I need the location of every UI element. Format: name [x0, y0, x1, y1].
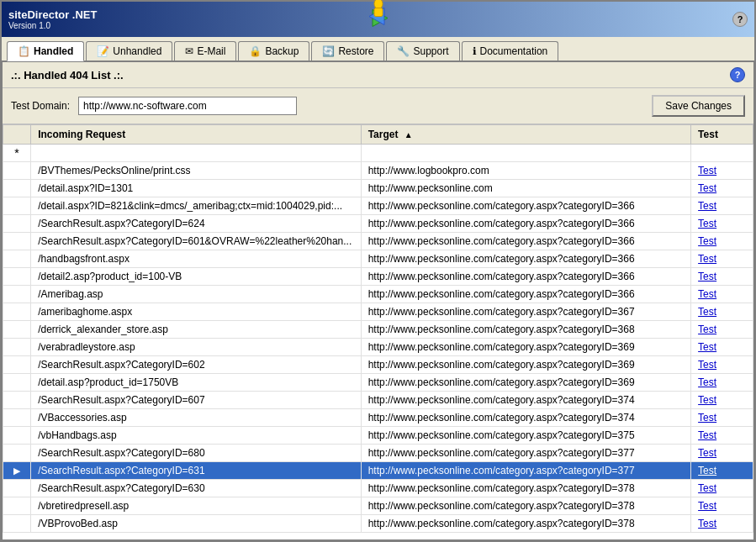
incoming-request[interactable]: /derrick_alexander_store.asp: [31, 321, 361, 339]
incoming-request[interactable]: /detail.asp?product_id=1750VB: [31, 374, 361, 392]
table-row[interactable]: /detail.aspx?ID=1301http://www.pecksonli…: [3, 180, 753, 197]
incoming-request[interactable]: [31, 145, 361, 162]
tab-handled[interactable]: 📋 Handled: [7, 41, 84, 61]
table-row[interactable]: /SearchResult.aspx?CategoryID=602http://…: [3, 356, 753, 374]
table-container[interactable]: Incoming Request Target ▲ Test */BVTheme…: [3, 124, 753, 539]
test-link[interactable]: Test: [698, 324, 716, 335]
table-row[interactable]: /VBProvoBed.asphttp://www.pecksonline.co…: [3, 515, 753, 533]
test-link-cell[interactable]: Test: [691, 427, 753, 445]
test-link[interactable]: Test: [698, 341, 716, 353]
test-link[interactable]: Test: [698, 271, 716, 282]
test-link-cell[interactable]: Test: [691, 303, 753, 321]
test-link-cell[interactable]: Test: [691, 215, 753, 233]
test-link-cell[interactable]: Test: [691, 233, 753, 250]
test-link-cell[interactable]: Test: [691, 180, 753, 197]
table-row[interactable]: /SearchResult.aspx?CategoryID=607http://…: [3, 392, 753, 409]
incoming-request[interactable]: /SearchResult.aspx?CategoryID=630: [31, 480, 361, 497]
test-link[interactable]: Test: [698, 394, 716, 406]
incoming-request[interactable]: /Ameribag.asp: [31, 286, 361, 303]
test-link[interactable]: Test: [698, 288, 716, 300]
table-row[interactable]: /SearchResult.aspx?CategoryID=630http://…: [3, 480, 753, 497]
table-row[interactable]: /ameribaghome.aspxhttp://www.pecksonline…: [3, 303, 753, 321]
tab-documentation[interactable]: ℹ Documentation: [462, 41, 559, 61]
test-link-cell[interactable]: Test: [691, 445, 753, 462]
table-row[interactable]: /verabradleystore.asphttp://www.pecksonl…: [3, 339, 753, 356]
test-link[interactable]: Test: [698, 218, 716, 229]
incoming-request[interactable]: /vbretiredpresell.asp: [31, 497, 361, 515]
test-link[interactable]: Test: [698, 235, 716, 247]
test-link-cell[interactable]: Test: [691, 497, 753, 515]
test-link-cell[interactable]: Test: [691, 321, 753, 339]
table-row[interactable]: /vbHandbags.asphttp://www.pecksonline.co…: [3, 427, 753, 445]
incoming-request[interactable]: /SearchResult.aspx?CategoryID=680: [31, 445, 361, 462]
table-row[interactable]: /vbretiredpresell.asphttp://www.pecksonl…: [3, 497, 753, 515]
table-row[interactable]: /detail.asp?product_id=1750VBhttp://www.…: [3, 374, 753, 392]
incoming-request[interactable]: /detail.aspx?ID=1301: [31, 180, 361, 197]
test-link-cell[interactable]: Test: [691, 339, 753, 356]
test-link[interactable]: Test: [698, 359, 716, 371]
tab-support[interactable]: 🔧 Support: [386, 41, 459, 61]
test-link-cell[interactable]: Test: [691, 286, 753, 303]
test-link-cell[interactable]: Test: [691, 250, 753, 268]
test-link-cell[interactable]: Test: [691, 197, 753, 215]
incoming-request[interactable]: /detail.aspx?ID=821&clink=dmcs/_ameribag…: [31, 197, 361, 215]
incoming-request[interactable]: /verabradleystore.asp: [31, 339, 361, 356]
table-row[interactable]: /detail.aspx?ID=821&clink=dmcs/_ameribag…: [3, 197, 753, 215]
tab-email[interactable]: ✉ E-Mail: [174, 41, 236, 61]
incoming-request[interactable]: /SearchResult.aspx?CategoryID=607: [31, 392, 361, 409]
incoming-request[interactable]: /VBaccessories.asp: [31, 409, 361, 427]
table-row[interactable]: /SearchResult.aspx?CategoryID=601&OVRAW=…: [3, 233, 753, 250]
table-row[interactable]: /Ameribag.asphttp://www.pecksonline.com/…: [3, 286, 753, 303]
table-row[interactable]: *: [3, 145, 753, 162]
section-help-btn[interactable]: ?: [730, 67, 745, 82]
th-incoming[interactable]: Incoming Request: [31, 125, 361, 145]
table-row[interactable]: /handbagsfront.aspxhttp://www.pecksonlin…: [3, 250, 753, 268]
table-row[interactable]: /derrick_alexander_store.asphttp://www.p…: [3, 321, 753, 339]
test-link-cell[interactable]: Test: [691, 356, 753, 374]
test-link[interactable]: Test: [698, 482, 716, 494]
test-link-cell[interactable]: Test: [691, 392, 753, 409]
incoming-request[interactable]: /SearchResult.aspx?CategoryID=631: [31, 462, 361, 480]
test-link[interactable]: Test: [698, 412, 716, 424]
tab-restore[interactable]: 🔄 Restore: [311, 41, 384, 61]
test-link-cell[interactable]: [691, 145, 753, 162]
test-link[interactable]: Test: [698, 447, 716, 459]
test-link-cell[interactable]: Test: [691, 515, 753, 533]
table-row[interactable]: /BVThemes/PecksOnline/print.csshttp://ww…: [3, 162, 753, 180]
incoming-request[interactable]: /SearchResult.aspx?CategoryID=624: [31, 215, 361, 233]
incoming-request[interactable]: /VBProvoBed.asp: [31, 515, 361, 533]
incoming-request[interactable]: /ameribaghome.aspx: [31, 303, 361, 321]
test-link-cell[interactable]: Test: [691, 268, 753, 286]
test-link[interactable]: Test: [698, 376, 716, 388]
title-help-btn[interactable]: ?: [732, 12, 748, 27]
incoming-request[interactable]: /BVThemes/PecksOnline/print.css: [31, 162, 361, 180]
test-link-cell[interactable]: Test: [691, 462, 753, 480]
incoming-request[interactable]: /vbHandbags.asp: [31, 427, 361, 445]
test-link-cell[interactable]: Test: [691, 374, 753, 392]
test-link[interactable]: Test: [698, 306, 716, 318]
save-changes-button[interactable]: Save Changes: [652, 95, 745, 117]
test-link[interactable]: Test: [698, 500, 716, 512]
table-row[interactable]: ▶/SearchResult.aspx?CategoryID=631http:/…: [3, 462, 753, 480]
test-link[interactable]: Test: [698, 182, 716, 194]
tab-unhandled[interactable]: 📝 Unhandled: [86, 41, 172, 61]
table-row[interactable]: /detail2.asp?product_id=100-VBhttp://www…: [3, 268, 753, 286]
test-link-cell[interactable]: Test: [691, 480, 753, 497]
test-link-cell[interactable]: Test: [691, 162, 753, 180]
th-target[interactable]: Target ▲: [361, 125, 690, 145]
domain-input[interactable]: [78, 97, 297, 115]
incoming-request[interactable]: /handbagsfront.aspx: [31, 250, 361, 268]
test-link[interactable]: Test: [698, 200, 716, 212]
incoming-request[interactable]: /SearchResult.aspx?CategoryID=602: [31, 356, 361, 374]
table-row[interactable]: /SearchResult.aspx?CategoryID=624http://…: [3, 215, 753, 233]
test-link[interactable]: Test: [698, 518, 716, 529]
incoming-request[interactable]: /detail2.asp?product_id=100-VB: [31, 268, 361, 286]
table-row[interactable]: /VBaccessories.asphttp://www.pecksonline…: [3, 409, 753, 427]
test-link[interactable]: Test: [698, 165, 716, 176]
test-link[interactable]: Test: [698, 465, 716, 476]
table-row[interactable]: /SearchResult.aspx?CategoryID=680http://…: [3, 445, 753, 462]
test-link[interactable]: Test: [698, 253, 716, 265]
tab-backup[interactable]: 🔒 Backup: [238, 41, 309, 61]
incoming-request[interactable]: /SearchResult.aspx?CategoryID=601&OVRAW=…: [31, 233, 361, 250]
test-link-cell[interactable]: Test: [691, 409, 753, 427]
